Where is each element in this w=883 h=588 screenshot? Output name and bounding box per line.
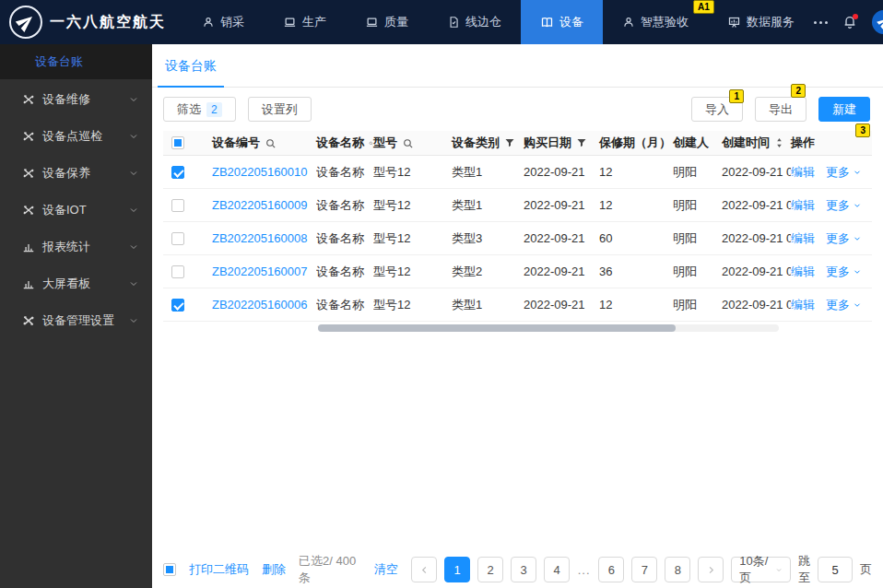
row-checkbox[interactable] [171,199,184,212]
top-navbar: 一六八航空航天 销采 生产 质量 线边仓 设备 智慧验收 数据服务 [0,0,883,44]
edit-link[interactable]: 编辑 [791,164,815,181]
jump-prefix-label: 跳至 [798,553,810,586]
pagination-page-6[interactable]: 6 [598,557,624,582]
sidebar-item-equipment-iot[interactable]: 设备IOT [0,192,152,229]
sidebar-item-equipment-repair[interactable]: 设备维修 [0,81,152,118]
som-badge-export: 2 [791,84,806,98]
chevron-down-icon [128,168,139,179]
table-row: ZB202205160008 设备名称 型号12 类型3 2022-09-21 … [163,222,872,255]
created-time: 2022-09-21 0 [722,298,791,312]
warranty-months: 60 [599,231,612,245]
nav-item-equipment[interactable]: 设备 [521,0,603,44]
device-code-link[interactable]: ZB202205160007 [212,265,307,278]
filter-label: 筛选 [177,101,201,118]
sidebar-item-equipment-settings[interactable]: 设备管理设置 [0,302,152,339]
horizontal-scrollbar-thumb[interactable] [318,324,676,332]
device-code-link[interactable]: ZB202205160009 [212,198,307,212]
row-checkbox[interactable] [171,265,184,278]
device-code-link[interactable]: ZB202205160006 [212,298,307,312]
search-icon[interactable] [265,137,277,149]
pagination-ellipsis[interactable]: ... [577,563,591,577]
device-code-link[interactable]: ZB202205160008 [212,231,307,245]
row-checkbox[interactable] [171,232,184,245]
more-link[interactable]: 更多 [826,230,862,247]
tools-icon [22,130,35,143]
page-size-select[interactable]: 10条/页 [731,557,791,582]
pagination-page-2[interactable]: 2 [477,557,503,582]
tab-equipment-ledger[interactable]: 设备台账 [158,58,224,88]
sort-icon[interactable] [774,136,784,149]
chevron-left-icon [419,565,430,575]
nav-item-production[interactable]: 生产 [264,0,346,44]
sidebar-item-report-statistics[interactable]: 报表统计 [0,229,152,265]
paper-plane-icon [13,9,39,35]
jump-suffix-label: 页 [860,561,872,578]
tools-icon [22,167,35,180]
sidebar-item-equipment-inspection[interactable]: 设备点巡检 [0,118,152,155]
more-link[interactable]: 更多 [826,197,862,214]
pagination-page-4[interactable]: 4 [544,557,570,582]
edit-link[interactable]: 编辑 [791,297,815,313]
warranty-months: 12 [599,298,612,312]
column-header: 创建时间 [722,135,770,151]
filter-icon[interactable] [576,137,587,148]
row-checkbox[interactable] [171,166,184,179]
pagination-page-1[interactable]: 1 [444,557,470,582]
sidebar-item-dashboard-screen[interactable]: 大屏看板 [0,265,152,302]
column-settings-button[interactable]: 设置列 [248,97,312,122]
pagination-page-8[interactable]: 8 [665,557,690,582]
sidebar-item-equipment-maintenance[interactable]: 设备保养 [0,155,152,192]
user-avatar[interactable] [872,10,883,34]
creator: 明阳 [673,230,697,247]
clear-selection-link[interactable]: 清空 [374,561,398,578]
chevron-down-icon [128,94,139,105]
nav-item-procurement[interactable]: 销采 [182,0,264,44]
delete-link[interactable]: 删除 [262,561,286,578]
nav-item-lineside-warehouse[interactable]: 线边仓 [428,0,521,44]
edit-link[interactable]: 编辑 [791,264,815,280]
column-header: 设备名称 [316,135,364,151]
chevron-down-icon [853,267,862,276]
footer-select-checkbox[interactable] [163,563,176,576]
pagination-next-button[interactable] [698,557,724,582]
export-button[interactable]: 导出 [755,97,806,122]
print-qrcode-link[interactable]: 打印二维码 [189,561,249,578]
chevron-down-icon [128,315,139,326]
search-icon[interactable] [402,137,414,149]
notification-bell[interactable] [842,15,857,29]
sidebar-item-equipment-ledger[interactable]: 设备台账 [0,44,152,79]
nav-item-quality[interactable]: 质量 [346,0,428,44]
app-logo [9,6,42,39]
select-all-checkbox[interactable] [171,136,184,149]
chevron-down-icon [853,201,862,210]
create-button[interactable]: 新建 [818,97,870,122]
pagination-page-7[interactable]: 7 [631,557,657,582]
sidebar-item-label: 设备管理设置 [42,312,114,329]
nav-label: 生产 [302,14,326,30]
more-link[interactable]: 更多 [826,164,862,181]
chevron-down-icon [775,565,783,575]
created-time: 2022-09-21 0 [722,265,791,278]
device-code-link[interactable]: ZB202205160010 [212,165,307,179]
column-header: 保修期（月） [599,135,671,151]
column-header: 创建人 [673,135,709,151]
filter-count-badge: 2 [206,102,222,117]
selected-count-text: 已选2/ 400 条 [299,553,367,586]
jump-page-input[interactable] [818,557,853,582]
device-name: 设备名称 [316,264,364,280]
pagination-prev-button[interactable] [411,557,437,582]
more-link[interactable]: 更多 [826,297,862,313]
filter-button[interactable]: 筛选 2 [163,97,236,122]
user-icon [202,16,215,29]
column-header: 操作 [791,135,815,151]
nav-item-smart-acceptance[interactable]: 智慧验收 [603,0,708,44]
filter-icon[interactable] [504,137,515,148]
more-icon[interactable] [814,21,828,24]
more-link[interactable]: 更多 [826,264,862,280]
row-checkbox[interactable] [171,299,184,312]
pagination-page-3[interactable]: 3 [511,557,536,582]
edit-link[interactable]: 编辑 [791,230,815,247]
pagination: 1 2 3 4 ... 6 7 8 10条/页 跳至 页 [411,553,872,586]
edit-link[interactable]: 编辑 [791,197,815,214]
nav-item-data-service[interactable]: 数据服务 [708,0,814,44]
